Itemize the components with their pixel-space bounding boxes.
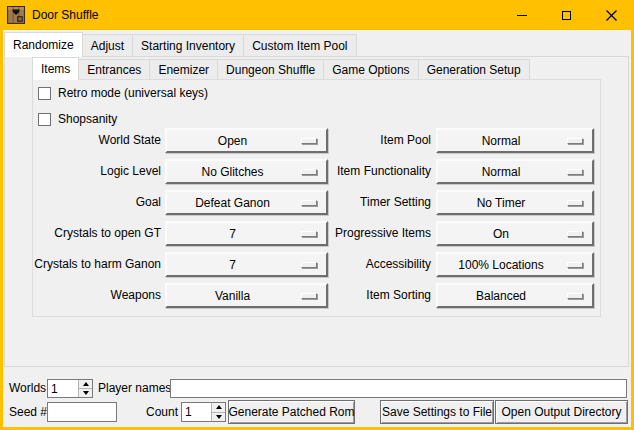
tab-label: Starting Inventory: [141, 39, 235, 53]
dropdown-indicator-icon: [567, 293, 583, 299]
player-names-input[interactable]: [170, 379, 627, 398]
goal-value: Defeat Ganon: [167, 192, 298, 213]
world-state-dropdown[interactable]: Open: [165, 128, 328, 153]
item-functionality-dropdown[interactable]: Normal: [436, 159, 594, 184]
accessibility-value: 100% Locations: [438, 254, 564, 275]
shopsanity-checkbox[interactable]: [38, 113, 51, 126]
shopsanity-checkbox-row[interactable]: Shopsanity: [38, 111, 117, 127]
retro-mode-label: Retro mode (universal keys): [58, 86, 208, 100]
generate-patched-rom-button[interactable]: Generate Patched Rom: [228, 400, 355, 424]
window-title: Door Shuffle: [32, 8, 99, 22]
count-spin-down-icon[interactable]: [212, 413, 225, 422]
main-tab-bar: Randomize Adjust Starting Inventory Cust…: [4, 32, 357, 56]
count-label: Count: [146, 402, 177, 422]
item-pool-dropdown[interactable]: Normal: [436, 128, 594, 153]
crystals-harm-ganon-dropdown[interactable]: 7: [165, 252, 328, 277]
tab-label: Entrances: [87, 63, 141, 77]
button-label: Open Output Directory: [501, 405, 621, 419]
timer-setting-value: No Timer: [438, 192, 564, 213]
progressive-items-label: Progressive Items: [308, 221, 431, 246]
count-spinner[interactable]: 1: [181, 402, 226, 422]
accessibility-label: Accessibility: [308, 252, 431, 277]
progressive-items-value: On: [438, 223, 564, 244]
crystals-open-gt-value: 7: [167, 223, 298, 244]
minimize-icon: [517, 15, 527, 16]
sub-tab-bar: Items Entrances Enemizer Dungeon Shuffle…: [32, 57, 530, 79]
world-state-label: World State: [13, 128, 161, 153]
item-pool-label: Item Pool: [308, 128, 431, 153]
dropdown-indicator-icon: [567, 231, 583, 237]
tab-randomize[interactable]: Randomize: [4, 32, 83, 57]
tab-game-options[interactable]: Game Options: [323, 59, 418, 79]
tab-entrances[interactable]: Entrances: [78, 59, 150, 79]
weapons-label: Weapons: [13, 283, 161, 308]
app-icon: [7, 6, 25, 24]
tab-label: Enemizer: [158, 63, 209, 77]
tab-label: Adjust: [91, 39, 124, 53]
tab-dungeon-shuffle[interactable]: Dungeon Shuffle: [217, 59, 324, 79]
logic-level-value: No Glitches: [167, 161, 298, 182]
progressive-items-dropdown[interactable]: On: [436, 221, 594, 246]
tab-custom-item-pool[interactable]: Custom Item Pool: [243, 34, 356, 56]
item-functionality-value: Normal: [438, 161, 564, 182]
worlds-spin-down-icon[interactable]: [79, 389, 92, 397]
logic-level-label: Logic Level: [13, 159, 161, 184]
item-sorting-dropdown[interactable]: Balanced: [436, 283, 594, 308]
button-label: Generate Patched Rom: [228, 405, 354, 419]
accessibility-dropdown[interactable]: 100% Locations: [436, 252, 594, 277]
world-state-value: Open: [167, 130, 298, 151]
logic-level-dropdown[interactable]: No Glitches: [165, 159, 328, 184]
crystals-harm-ganon-value: 7: [167, 254, 298, 275]
tab-label: Randomize: [13, 38, 74, 52]
button-label: Save Settings to File: [382, 405, 492, 419]
item-sorting-label: Item Sorting: [308, 283, 431, 308]
maximize-icon: [562, 11, 571, 20]
retro-mode-checkbox-row[interactable]: Retro mode (universal keys): [38, 85, 208, 101]
weapons-dropdown[interactable]: Vanilla: [165, 283, 328, 308]
title-bar[interactable]: Door Shuffle: [0, 0, 634, 30]
tab-label: Custom Item Pool: [252, 39, 347, 53]
player-names-label: Player names: [98, 379, 171, 398]
count-spin-up-icon[interactable]: [212, 403, 225, 413]
tab-adjust[interactable]: Adjust: [82, 34, 133, 56]
tab-items[interactable]: Items: [32, 57, 79, 80]
tab-enemizer[interactable]: Enemizer: [149, 59, 218, 79]
crystals-open-gt-dropdown[interactable]: 7: [165, 221, 328, 246]
tab-starting-inventory[interactable]: Starting Inventory: [132, 34, 244, 56]
tab-label: Game Options: [332, 63, 409, 77]
tab-label: Items: [41, 62, 70, 76]
dropdown-indicator-icon: [567, 200, 583, 206]
timer-setting-dropdown[interactable]: No Timer: [436, 190, 594, 215]
timer-setting-label: Timer Setting: [308, 190, 431, 215]
tab-label: Dungeon Shuffle: [226, 63, 315, 77]
worlds-spinner[interactable]: 1: [47, 379, 93, 398]
item-functionality-label: Item Functionality: [308, 159, 431, 184]
dropdown-indicator-icon: [567, 262, 583, 268]
goal-label: Goal: [13, 190, 161, 215]
close-button[interactable]: [589, 0, 634, 30]
seed-input[interactable]: [47, 402, 117, 422]
retro-mode-checkbox[interactable]: [38, 87, 51, 100]
weapons-value: Vanilla: [167, 285, 298, 306]
worlds-label: Worlds: [9, 379, 46, 398]
client-area: Randomize Adjust Starting Inventory Cust…: [3, 30, 631, 427]
app-window: Door Shuffle Randomize Adjust Starting I…: [0, 0, 634, 430]
shopsanity-label: Shopsanity: [58, 112, 117, 126]
dropdown-indicator-icon: [567, 169, 583, 175]
crystals-open-gt-label: Crystals to open GT: [13, 221, 161, 246]
goal-dropdown[interactable]: Defeat Ganon: [165, 190, 328, 215]
open-output-directory-button[interactable]: Open Output Directory: [495, 400, 628, 424]
save-settings-button[interactable]: Save Settings to File: [380, 400, 494, 424]
dropdown-indicator-icon: [567, 138, 583, 144]
minimize-button[interactable]: [499, 0, 544, 30]
tab-generation-setup[interactable]: Generation Setup: [418, 59, 530, 79]
crystals-harm-ganon-label: Crystals to harm Ganon: [13, 252, 161, 277]
maximize-button[interactable]: [544, 0, 589, 30]
item-pool-value: Normal: [438, 130, 564, 151]
seed-label: Seed #: [9, 402, 47, 422]
close-icon: [606, 10, 617, 21]
count-value: 1: [182, 403, 211, 421]
item-sorting-value: Balanced: [438, 285, 564, 306]
worlds-spin-up-icon[interactable]: [79, 380, 92, 389]
worlds-value: 1: [48, 380, 78, 397]
